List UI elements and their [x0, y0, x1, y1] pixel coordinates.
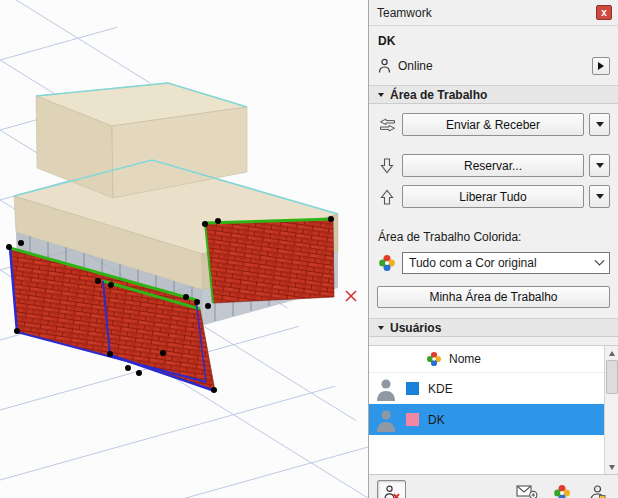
- application-window: Teamwork x DK Online Área de Trabalho: [0, 0, 618, 498]
- dropdown-arrow-icon: [596, 122, 604, 127]
- workspace-section-label: Área de Trabalho: [390, 88, 487, 102]
- reserve-dropdown-button[interactable]: [589, 154, 610, 177]
- send-receive-row: Enviar & Receber: [377, 113, 610, 136]
- dropdown-arrow-icon: [596, 163, 604, 168]
- colored-workspace-row: Tudo com a Cor original: [377, 252, 610, 274]
- arrow-up-icon: [609, 351, 615, 356]
- chevron-down-icon: [378, 326, 384, 330]
- message-button[interactable]: [514, 481, 540, 498]
- 3d-viewport[interactable]: [0, 0, 368, 498]
- bottom-toolbar: [369, 474, 618, 498]
- user-x-icon: [383, 484, 401, 498]
- current-user-label: DK: [378, 34, 610, 48]
- online-status-row: Online: [378, 56, 610, 76]
- panel-titlebar[interactable]: Teamwork x: [369, 0, 618, 26]
- user-color-swatch: [406, 382, 419, 395]
- user-row-dk-selected[interactable]: DK: [369, 404, 604, 435]
- user-list-header[interactable]: Nome: [369, 346, 604, 373]
- teamwork-panel: Teamwork x DK Online Área de Trabalho: [368, 0, 618, 498]
- user-list-body: Nome KDE DK: [369, 346, 604, 474]
- color-wheel-icon: [426, 351, 442, 367]
- color-wheel-icon: [553, 484, 571, 498]
- user-list: Nome KDE DK: [369, 345, 618, 474]
- close-button[interactable]: x: [596, 5, 612, 20]
- release-all-button[interactable]: Liberar Tudo: [402, 185, 584, 208]
- reserve-row: Reservar...: [377, 154, 610, 177]
- release-up-arrow-icon: [377, 189, 397, 205]
- message-search-icon: [516, 483, 539, 498]
- chevron-down-icon: [378, 93, 384, 97]
- user-name: KDE: [428, 382, 453, 396]
- scroll-down-button[interactable]: [605, 460, 618, 474]
- online-options-button[interactable]: [592, 57, 610, 75]
- colored-workspace-label: Área de Trabalho Colorida:: [378, 230, 610, 244]
- colored-workspace-toggle-button[interactable]: [549, 481, 575, 498]
- user-row-kde[interactable]: KDE: [369, 373, 604, 404]
- reserve-button[interactable]: Reservar...: [402, 154, 584, 177]
- scrollbar-thumb[interactable]: [606, 360, 618, 394]
- user-name: DK: [428, 413, 445, 427]
- user-list-scrollbar[interactable]: [604, 346, 618, 474]
- hide-offline-users-button[interactable]: [377, 480, 406, 498]
- section-header-users[interactable]: Usuários: [369, 318, 618, 337]
- person-icon: [378, 58, 391, 74]
- send-receive-dropdown-button[interactable]: [589, 113, 610, 136]
- name-column-header: Nome: [449, 352, 481, 366]
- colored-workspace-select[interactable]: Tudo com a Cor original: [402, 252, 610, 274]
- arrow-down-icon: [609, 465, 615, 470]
- panel-content: DK Online Área de Trabalho: [369, 26, 618, 337]
- avatar-icon: [376, 408, 396, 432]
- panel-title: Teamwork: [377, 6, 432, 20]
- model-3d-view: [0, 0, 368, 498]
- user-profile-button[interactable]: [584, 481, 610, 498]
- user-color-swatch: [406, 413, 419, 426]
- arrow-right-icon: [598, 62, 604, 70]
- colored-workspace-value: Tudo com a Cor original: [409, 256, 537, 270]
- send-receive-icon: [377, 118, 397, 132]
- user-profile-icon: [589, 484, 606, 498]
- color-wheel-icon: [377, 254, 397, 272]
- my-workspace-button[interactable]: Minha Área de Trabalho: [377, 286, 610, 308]
- avatar-icon: [376, 377, 396, 401]
- online-status-label: Online: [398, 59, 433, 73]
- chevron-down-icon: [595, 255, 605, 265]
- release-all-row: Liberar Tudo: [377, 185, 610, 208]
- users-section-label: Usuários: [390, 321, 441, 335]
- send-receive-button[interactable]: Enviar & Receber: [402, 113, 584, 136]
- dropdown-arrow-icon: [596, 194, 604, 199]
- section-header-workspace[interactable]: Área de Trabalho: [369, 85, 618, 104]
- reserve-down-arrow-icon: [377, 158, 397, 174]
- scroll-up-button[interactable]: [605, 346, 618, 360]
- release-all-dropdown-button[interactable]: [589, 185, 610, 208]
